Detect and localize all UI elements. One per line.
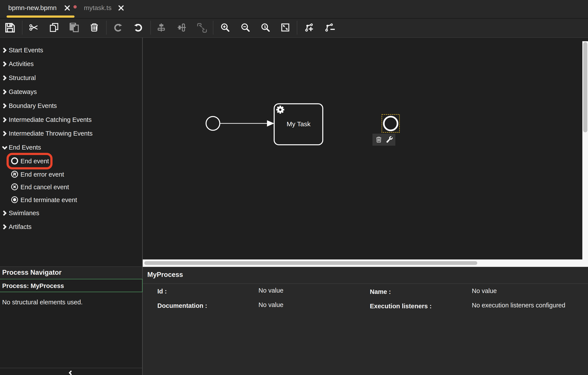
svg-text:My Task: My Task: [287, 120, 311, 128]
